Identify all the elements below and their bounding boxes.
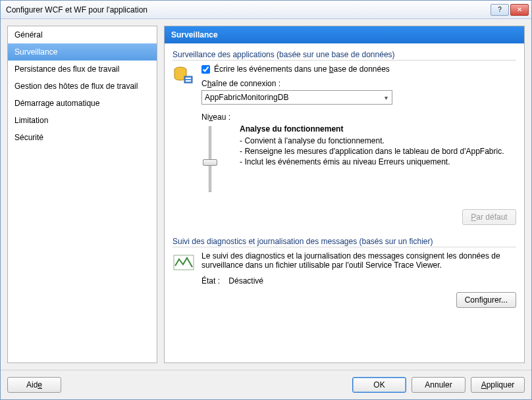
- sidebar-item-label: Général: [14, 30, 43, 39]
- content-panel: Surveillance Surveillance des applicatio…: [164, 26, 525, 363]
- sidebar-item-host-management[interactable]: Gestion des hôtes de flux de travail: [8, 78, 157, 95]
- help-button[interactable]: Aide: [7, 377, 61, 393]
- svg-rect-1: [184, 76, 192, 83]
- sidebar-item-label: Gestion des hôtes de flux de travail: [14, 82, 138, 91]
- trace-icon: [173, 251, 195, 274]
- ok-button[interactable]: OK: [352, 377, 406, 393]
- app-monitoring-title: Surveillance des applications (basée sur…: [173, 50, 516, 61]
- apply-button[interactable]: Appliquer: [471, 377, 525, 393]
- content-body: Surveillance des applications (basée sur…: [165, 43, 524, 362]
- state-label: État :: [201, 276, 220, 286]
- level-line: - Inclut les événements émis au niveau E…: [240, 157, 516, 166]
- sidebar-item-label: Persistance des flux de travail: [14, 64, 119, 74]
- sidebar: Général Surveillance Persistance des flu…: [7, 26, 157, 363]
- diagnostics-title: Suivi des diagnostics et journalisation …: [173, 237, 516, 247]
- connection-string-combo[interactable]: AppFabricMonitoringDB: [201, 90, 392, 105]
- app-monitoring-group: Surveillance des applications (basée sur…: [173, 50, 516, 225]
- sidebar-item-throttling[interactable]: Limitation: [8, 112, 157, 129]
- database-icon: [173, 64, 195, 87]
- titlebar: Configurer WCF et WF pour l'application …: [1, 1, 531, 19]
- diagnostics-state-row: État : Désactivé: [201, 276, 516, 286]
- sidebar-item-autostart[interactable]: Démarrage automatique: [8, 95, 157, 112]
- sidebar-item-persistence[interactable]: Persistance des flux de travail: [8, 61, 157, 78]
- level-line: - Renseigne les mesures d'application da…: [240, 147, 516, 156]
- sidebar-item-label: Sécurité: [14, 133, 43, 142]
- level-label: Niveau :: [201, 113, 230, 122]
- state-value: Désactivé: [228, 276, 263, 286]
- svg-rect-2: [186, 78, 191, 79]
- connection-string-value: AppFabricMonitoringDB: [205, 93, 288, 102]
- sidebar-item-surveillance[interactable]: Surveillance: [8, 43, 157, 61]
- titlebar-buttons: ? ✕: [489, 4, 529, 16]
- write-events-label: Écrire les événements dans une base de d…: [214, 64, 390, 74]
- svg-rect-3: [186, 80, 191, 82]
- content-header: Surveillance: [165, 26, 524, 43]
- diagnostics-description: Le suivi des diagnostics et la journalis…: [201, 251, 516, 270]
- level-line: - Convient à l'analyse du fonctionnement…: [240, 136, 516, 145]
- diagnostics-group: Suivi des diagnostics et journalisation …: [173, 237, 516, 308]
- configure-button[interactable]: Configurer...: [456, 292, 516, 308]
- level-title: Analyse du fonctionnement: [240, 124, 516, 134]
- cancel-button[interactable]: Annuler: [412, 377, 466, 393]
- sidebar-item-label: Limitation: [14, 116, 48, 125]
- sidebar-item-label: Démarrage automatique: [14, 99, 99, 108]
- level-column: Niveau :: [201, 113, 230, 203]
- sidebar-item-general[interactable]: Général: [8, 26, 157, 43]
- write-events-checkbox[interactable]: [201, 65, 210, 74]
- level-description: Analyse du fonctionnement - Convient à l…: [240, 113, 516, 203]
- dialog-body: Général Surveillance Persistance des flu…: [1, 19, 531, 370]
- dialog-window: Configurer WCF et WF pour l'application …: [0, 0, 532, 400]
- help-icon[interactable]: ?: [491, 4, 509, 16]
- close-icon[interactable]: ✕: [510, 4, 529, 16]
- window-title: Configurer WCF et WF pour l'application: [6, 5, 489, 14]
- slider-thumb[interactable]: [203, 159, 217, 166]
- sidebar-item-security[interactable]: Sécurité: [8, 129, 157, 146]
- connection-string-label: Chaîne de connexion :: [201, 79, 516, 88]
- level-slider[interactable]: [201, 124, 219, 203]
- sidebar-item-label: Surveillance: [14, 47, 57, 57]
- dialog-footer: Aide OK Annuler Appliquer: [1, 370, 531, 399]
- default-button: Par défaut: [462, 209, 516, 225]
